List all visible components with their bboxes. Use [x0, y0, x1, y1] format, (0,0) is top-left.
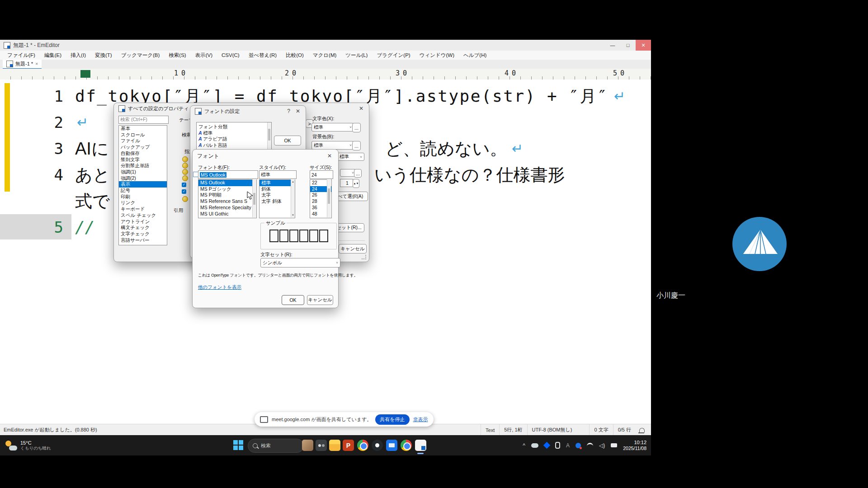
taskbar-app-screenshare[interactable] — [386, 440, 397, 451]
menu-item[interactable]: 編集(E) — [40, 52, 66, 59]
menu-item[interactable]: 表示(V) — [191, 52, 217, 59]
scroll-up-icon[interactable]: ▲ — [292, 180, 294, 183]
menu-item[interactable]: 挿入(I) — [66, 52, 90, 59]
font-category-item[interactable]: A バルト言語 — [197, 142, 271, 149]
dropbox-icon[interactable] — [543, 442, 551, 449]
settings-category-item[interactable]: ファイル — [119, 138, 167, 144]
taskbar-app-people[interactable] — [316, 440, 327, 451]
resize-grip[interactable] — [362, 255, 366, 259]
hide-link[interactable]: 非表示 — [413, 416, 428, 423]
status-cell[interactable]: 0 文字 — [589, 424, 613, 436]
menu-item[interactable]: プラグイン(P) — [372, 52, 415, 59]
scrollbar[interactable]: ▲ ▼ — [291, 179, 295, 217]
charset-combo[interactable]: シンボル˅ — [260, 258, 340, 267]
checkbox-checked[interactable]: ✓ — [182, 189, 186, 194]
menu-item[interactable]: 検索(S) — [164, 52, 190, 59]
status-cell[interactable]: 0/5 行 — [613, 424, 636, 436]
menu-item[interactable]: ツール(L) — [341, 52, 372, 59]
volume-icon[interactable]: ◁) — [599, 442, 605, 449]
close-button[interactable]: ✕ — [636, 40, 651, 51]
dialog-title-bar[interactable]: フォント — [193, 150, 338, 162]
close-icon[interactable]: ✕ — [296, 108, 300, 114]
settings-category-item[interactable]: スクロール — [119, 132, 167, 138]
font-style-item[interactable]: 標準 — [259, 180, 295, 186]
font-style-item[interactable]: 太字 斜体 — [259, 198, 295, 205]
settings-category-item[interactable]: 印刷 — [119, 194, 167, 200]
taskbar-app-user-photo[interactable] — [302, 440, 313, 451]
scrollbar[interactable] — [327, 179, 331, 217]
font-style-input[interactable]: 標準 — [259, 170, 297, 179]
menu-item[interactable]: 変換(T) — [90, 52, 117, 59]
wifi-icon[interactable] — [587, 443, 593, 448]
tab-untitled[interactable]: 無題-1 * × — [3, 60, 42, 69]
menu-item[interactable]: ブックマーク(B) — [117, 52, 165, 59]
settings-category-item[interactable]: バックアップ — [119, 144, 167, 150]
stop-sharing-button[interactable]: 共有を停止 — [375, 414, 409, 425]
microphone-icon[interactable] — [555, 442, 560, 449]
close-icon[interactable]: ✕ — [327, 153, 332, 159]
bg-color-more-button[interactable]: ... — [352, 141, 361, 150]
tray-a-icon[interactable]: A — [566, 442, 570, 449]
windows-start-button[interactable] — [233, 440, 243, 450]
fourth-more-button[interactable]: ... — [354, 169, 362, 178]
status-cell[interactable]: 5行, 1桁 — [499, 424, 527, 436]
taskbar-app-folder[interactable] — [329, 440, 340, 451]
settings-category-item[interactable]: 言語サーバー — [119, 237, 167, 244]
font-style-list[interactable]: 標準斜体太字太字 斜体 — [259, 179, 295, 218]
font-style-item[interactable]: 太字 — [259, 192, 295, 198]
menu-item[interactable]: ファイル(F) — [3, 52, 40, 59]
settings-category-item[interactable]: 自動保存 — [119, 150, 167, 157]
settings-category-item[interactable]: 文字チェック — [119, 231, 167, 237]
font-category-item[interactable]: A アラビア語 — [197, 136, 271, 142]
settings-category-item[interactable]: キーボード — [119, 206, 167, 212]
settings-category-item[interactable]: 記号 — [119, 188, 167, 194]
menu-item[interactable]: CSV(C) — [217, 52, 244, 58]
show-more-fonts-link[interactable]: 他のフォントを表示 — [198, 284, 241, 291]
font-name-input[interactable]: MS Outlook — [198, 170, 258, 179]
third-combo[interactable]: 標準˅ — [337, 153, 364, 161]
text-color-combo[interactable]: 標準˅ — [311, 123, 354, 131]
taskbar-app-emeditor[interactable] — [415, 440, 426, 451]
font-name-item[interactable]: MS Reference Specialty — [198, 205, 256, 211]
status-cell[interactable]: Text — [481, 424, 499, 436]
taskbar-app-powerpoint[interactable]: P — [343, 440, 354, 451]
menu-item[interactable]: ウィンドウ(W) — [415, 52, 459, 59]
cancel-button[interactable]: キャンセル — [307, 295, 333, 305]
taskbar-app-dark-circle[interactable] — [372, 440, 383, 451]
settings-category-item[interactable]: 強調(2) — [119, 175, 167, 182]
ok-button[interactable]: OK — [282, 295, 304, 305]
menu-item[interactable]: 比較(O) — [281, 52, 308, 59]
camera-icon[interactable] — [611, 443, 617, 447]
ok-button[interactable]: OK — [274, 136, 301, 145]
font-name-item[interactable]: MS UI Gothic — [198, 211, 256, 217]
menu-item[interactable]: 並べ替え(R) — [244, 52, 282, 59]
onedrive-cloud-icon[interactable] — [531, 443, 538, 448]
taskbar-clock[interactable]: 10:12 2025/11/08 — [623, 440, 646, 451]
settings-category-item[interactable]: 強調(1) — [119, 169, 167, 175]
status-cell[interactable]: UTF-8 (BOM無し) — [527, 424, 577, 436]
blue-status-icon[interactable] — [576, 443, 581, 448]
settings-search-input[interactable]: 検索 (Ctrl+F) — [118, 116, 169, 124]
spinner-updown[interactable]: ▲▼ — [353, 179, 359, 188]
settings-category-item[interactable]: 禁則文字 — [119, 157, 167, 163]
maximize-button[interactable]: □ — [620, 40, 636, 51]
tray-chevron-icon[interactable]: ^ — [523, 442, 525, 449]
settings-category-item[interactable]: 基本 — [119, 126, 167, 132]
notification-bell-icon[interactable] — [639, 428, 645, 432]
font-style-item[interactable]: 斜体 — [259, 186, 295, 192]
scroll-down-icon[interactable]: ▼ — [292, 214, 294, 216]
taskbar-search[interactable]: 検索 — [248, 439, 304, 453]
settings-category-item[interactable]: 分割禁止単語 — [119, 163, 167, 169]
font-category-item[interactable]: A 標準 — [197, 130, 271, 136]
dialog-cancel-button[interactable]: キャンセル — [339, 244, 367, 253]
checkbox-checked[interactable]: ✓ — [182, 183, 186, 187]
text-color-more-button[interactable]: ... — [352, 123, 361, 132]
help-icon[interactable]: ? — [287, 108, 290, 114]
font-name-item[interactable]: MS Outlook — [198, 180, 256, 186]
menu-item[interactable]: ヘルプ(H) — [459, 52, 491, 59]
bg-color-combo[interactable]: 標準˅ — [311, 141, 354, 150]
spinner-value[interactable]: 1 — [340, 179, 353, 187]
font-size-input[interactable]: 24 — [310, 170, 333, 179]
tab-close-icon[interactable]: × — [35, 61, 38, 66]
close-icon[interactable]: ✕ — [359, 105, 363, 112]
